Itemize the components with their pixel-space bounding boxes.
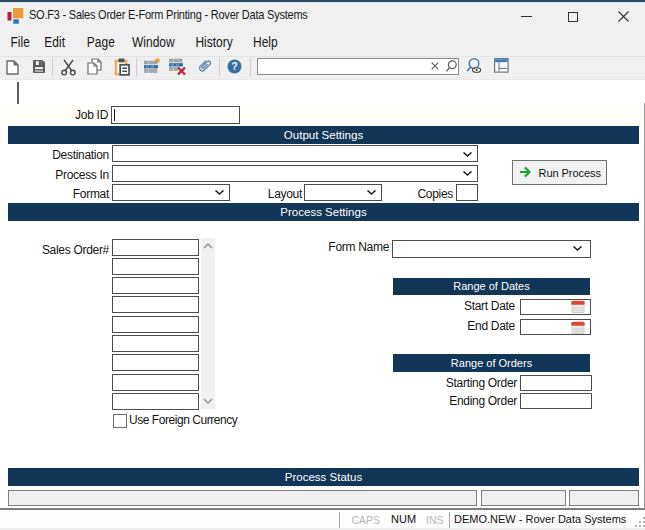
svg-text:?: ? bbox=[231, 61, 237, 72]
